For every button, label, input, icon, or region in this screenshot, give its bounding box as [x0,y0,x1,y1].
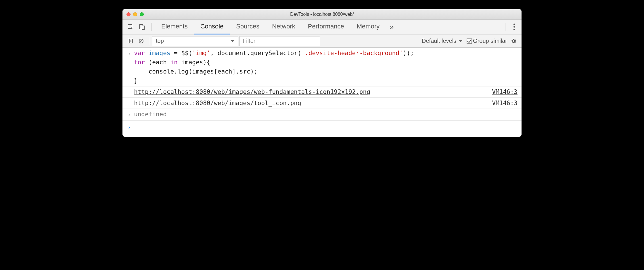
window-title: DevTools - localhost:8080/web/ [122,12,522,17]
prompt-icon: › [128,122,134,132]
tab-network[interactable]: Network [266,20,302,34]
clear-console-icon[interactable] [136,36,146,46]
filter-input[interactable] [239,36,320,46]
log-url-link[interactable]: http://localhost:8080/web/images/tool_ic… [134,100,301,107]
tab-performance[interactable]: Performance [302,20,350,34]
divider [505,23,505,31]
console-prompt-row[interactable]: › [122,121,522,137]
svg-rect-3 [128,39,133,43]
context-value: top [156,38,164,44]
return-value: undefined [134,110,518,119]
log-url-link[interactable]: http://localhost:8080/web/images/web-fun… [134,88,370,95]
devtools-window: DevTools - localhost:8080/web/ ElementsC… [122,9,522,137]
traffic-lights [122,12,144,16]
inspect-element-icon[interactable] [125,20,136,34]
execution-context-select[interactable]: top [152,36,238,46]
tab-console[interactable]: Console [194,20,230,34]
output-indicator-icon: ‹ [128,110,134,119]
chevron-down-icon [459,40,463,42]
minimize-window-button[interactable] [133,12,137,16]
console-output: › var images = $$('img', document.queryS… [122,48,522,137]
group-similar-label: Group similar [473,38,507,44]
tab-elements[interactable]: Elements [155,20,194,34]
tabs-overflow-button[interactable]: » [386,22,397,31]
divider [151,23,152,31]
console-log-row: http://localhost:8080/web/images/tool_ic… [122,98,522,109]
group-similar-checkbox[interactable] [467,38,472,44]
settings-menu-button[interactable] [509,20,519,34]
console-log-row: http://localhost:8080/web/images/web-fun… [122,86,522,98]
log-gutter [128,99,134,99]
device-toggle-icon[interactable] [136,20,148,34]
close-window-button[interactable] [126,12,131,16]
console-return-row: ‹ undefined [122,109,522,121]
code-block[interactable]: var images = $$('img', document.querySel… [134,49,518,85]
log-levels-select[interactable]: Default levels [419,38,465,44]
zoom-window-button[interactable] [140,12,144,16]
log-source-link[interactable]: VM146:3 [492,99,518,108]
toggle-sidebar-icon[interactable] [125,36,135,46]
console-input-echo: › var images = $$('img', document.queryS… [122,48,522,86]
levels-label: Default levels [422,38,456,44]
divider [149,37,149,45]
svg-rect-2 [142,26,145,30]
console-toolbar: top Default levels Group similar [122,34,522,48]
console-settings-icon[interactable] [508,36,519,46]
tab-memory[interactable]: Memory [350,20,386,34]
log-gutter [128,87,134,88]
svg-line-6 [140,40,143,43]
console-input[interactable] [134,122,518,132]
devtools-tabs: ElementsConsoleSourcesNetworkPerformance… [122,20,522,34]
chevron-down-icon [231,40,235,42]
input-prompt-icon: › [128,49,134,58]
log-source-link[interactable]: VM146:3 [492,87,518,97]
tab-sources[interactable]: Sources [230,20,266,34]
titlebar: DevTools - localhost:8080/web/ [122,9,522,20]
